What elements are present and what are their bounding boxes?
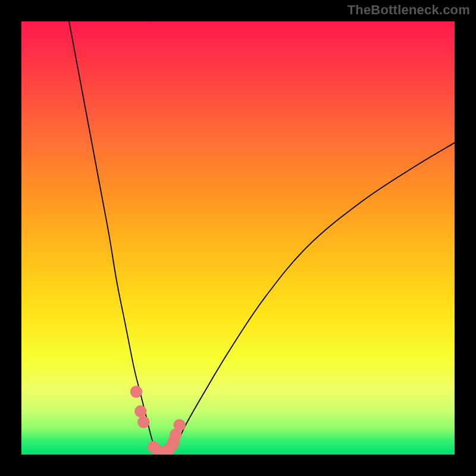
- marker-dot: [137, 416, 149, 428]
- recommended-markers: [130, 386, 186, 455]
- marker-dot: [130, 386, 142, 397]
- marker-dot: [174, 419, 186, 431]
- bottleneck-curve: [69, 21, 455, 455]
- watermark-text: TheBottleneck.com: [347, 2, 470, 18]
- plot-area: [21, 21, 455, 455]
- chart-container: TheBottleneck.com: [0, 0, 476, 476]
- curve-layer: [21, 21, 455, 455]
- marker-dot: [134, 405, 146, 417]
